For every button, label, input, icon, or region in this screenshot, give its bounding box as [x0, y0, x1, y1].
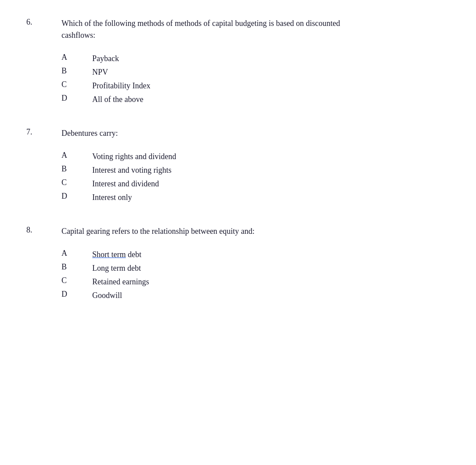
option-letter: B	[61, 65, 92, 79]
option-text: Interest and voting rights	[92, 163, 176, 177]
option-text: Profitability Index	[92, 79, 150, 93]
option-text: Retained earnings	[92, 275, 149, 289]
question-8-text: Capital gearing refers to the relationsh…	[61, 225, 450, 237]
option-letter: C	[61, 79, 92, 93]
question-7: 7. Debentures carry: A Voting rights and…	[26, 127, 450, 204]
question-6-number: 6.	[26, 18, 61, 106]
question-8-number: 8.	[26, 225, 61, 302]
list-item: D Goodwill	[61, 289, 149, 302]
option-text: Goodwill	[92, 289, 149, 302]
question-7-options: A Voting rights and dividend B Interest …	[61, 150, 176, 204]
underlined-text: Short term	[92, 250, 126, 259]
list-item: A Voting rights and dividend	[61, 150, 176, 163]
option-letter: B	[61, 163, 92, 177]
list-item: A Short term debt	[61, 248, 149, 262]
question-6-options: A Payback B NPV C Profitability Index D …	[61, 52, 150, 106]
list-item: D All of the above	[61, 93, 150, 106]
list-item: B Interest and voting rights	[61, 163, 176, 177]
list-item: B NPV	[61, 65, 150, 79]
question-7-text: Debentures carry:	[61, 127, 450, 139]
question-6-text: Which of the following methods of method…	[61, 18, 450, 41]
option-letter: B	[61, 262, 92, 275]
question-7-number: 7.	[26, 127, 61, 204]
list-item: A Payback	[61, 52, 150, 65]
option-text: NPV	[92, 65, 150, 79]
list-item: C Interest and dividend	[61, 177, 176, 191]
list-item: D Interest only	[61, 191, 176, 204]
option-letter: C	[61, 275, 92, 289]
option-text: Interest and dividend	[92, 177, 176, 191]
option-text: Short term debt	[92, 248, 149, 262]
option-text: Payback	[92, 52, 150, 65]
option-letter: C	[61, 177, 92, 191]
option-letter: A	[61, 52, 92, 65]
list-item: C Retained earnings	[61, 275, 149, 289]
option-letter: A	[61, 248, 92, 262]
question-8-options: A Short term debt B Long term debt C Ret…	[61, 248, 149, 302]
question-7-content: Debentures carry: A Voting rights and di…	[61, 127, 450, 204]
option-text: Voting rights and dividend	[92, 150, 176, 163]
question-8-content: Capital gearing refers to the relationsh…	[61, 225, 450, 302]
question-6-content: Which of the following methods of method…	[61, 18, 450, 106]
list-item: B Long term debt	[61, 262, 149, 275]
option-letter: D	[61, 289, 92, 302]
option-letter: D	[61, 93, 92, 106]
option-letter: A	[61, 150, 92, 163]
option-text: Long term debt	[92, 262, 149, 275]
option-text: All of the above	[92, 93, 150, 106]
list-item: C Profitability Index	[61, 79, 150, 93]
option-text: Interest only	[92, 191, 176, 204]
option-letter: D	[61, 191, 92, 204]
question-6: 6. Which of the following methods of met…	[26, 18, 450, 106]
question-8: 8. Capital gearing refers to the relatio…	[26, 225, 450, 302]
